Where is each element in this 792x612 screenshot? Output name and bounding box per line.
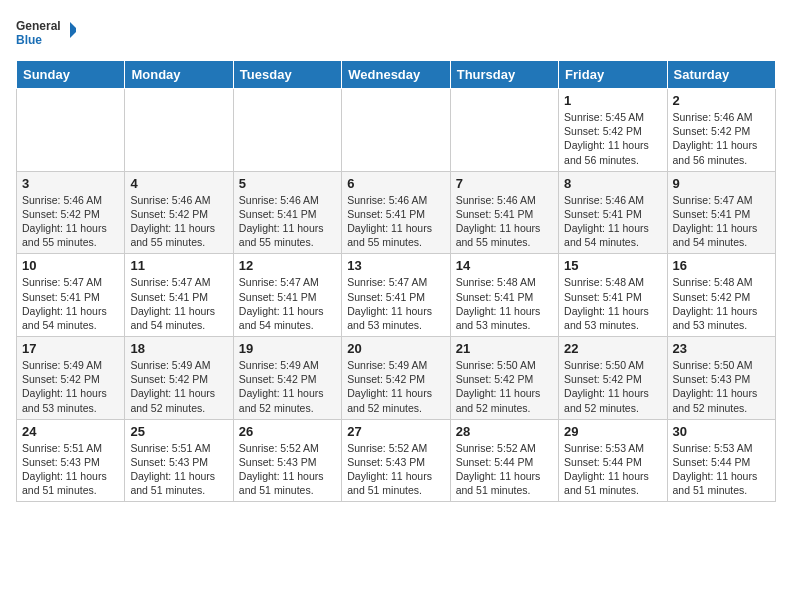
day-cell: 13Sunrise: 5:47 AM Sunset: 5:41 PM Dayli… [342,254,450,337]
day-cell: 18Sunrise: 5:49 AM Sunset: 5:42 PM Dayli… [125,337,233,420]
day-info: Sunrise: 5:46 AM Sunset: 5:41 PM Dayligh… [347,193,444,250]
weekday-header-monday: Monday [125,61,233,89]
day-info: Sunrise: 5:50 AM Sunset: 5:43 PM Dayligh… [673,358,770,415]
day-number: 13 [347,258,444,273]
day-info: Sunrise: 5:45 AM Sunset: 5:42 PM Dayligh… [564,110,661,167]
day-cell: 17Sunrise: 5:49 AM Sunset: 5:42 PM Dayli… [17,337,125,420]
week-row-2: 3Sunrise: 5:46 AM Sunset: 5:42 PM Daylig… [17,171,776,254]
day-info: Sunrise: 5:47 AM Sunset: 5:41 PM Dayligh… [347,275,444,332]
day-cell: 3Sunrise: 5:46 AM Sunset: 5:42 PM Daylig… [17,171,125,254]
day-info: Sunrise: 5:47 AM Sunset: 5:41 PM Dayligh… [673,193,770,250]
day-number: 28 [456,424,553,439]
weekday-header-thursday: Thursday [450,61,558,89]
day-info: Sunrise: 5:47 AM Sunset: 5:41 PM Dayligh… [22,275,119,332]
day-info: Sunrise: 5:48 AM Sunset: 5:41 PM Dayligh… [564,275,661,332]
day-cell: 10Sunrise: 5:47 AM Sunset: 5:41 PM Dayli… [17,254,125,337]
day-number: 24 [22,424,119,439]
day-cell [17,89,125,172]
day-number: 8 [564,176,661,191]
day-info: Sunrise: 5:52 AM Sunset: 5:43 PM Dayligh… [239,441,336,498]
day-info: Sunrise: 5:49 AM Sunset: 5:42 PM Dayligh… [239,358,336,415]
day-cell [125,89,233,172]
day-cell: 24Sunrise: 5:51 AM Sunset: 5:43 PM Dayli… [17,419,125,502]
day-cell: 11Sunrise: 5:47 AM Sunset: 5:41 PM Dayli… [125,254,233,337]
day-cell: 29Sunrise: 5:53 AM Sunset: 5:44 PM Dayli… [559,419,667,502]
day-info: Sunrise: 5:46 AM Sunset: 5:41 PM Dayligh… [239,193,336,250]
day-cell: 7Sunrise: 5:46 AM Sunset: 5:41 PM Daylig… [450,171,558,254]
day-info: Sunrise: 5:46 AM Sunset: 5:42 PM Dayligh… [130,193,227,250]
day-info: Sunrise: 5:51 AM Sunset: 5:43 PM Dayligh… [130,441,227,498]
day-cell: 9Sunrise: 5:47 AM Sunset: 5:41 PM Daylig… [667,171,775,254]
day-info: Sunrise: 5:51 AM Sunset: 5:43 PM Dayligh… [22,441,119,498]
day-number: 1 [564,93,661,108]
day-number: 30 [673,424,770,439]
weekday-header-row: SundayMondayTuesdayWednesdayThursdayFrid… [17,61,776,89]
day-info: Sunrise: 5:46 AM Sunset: 5:42 PM Dayligh… [673,110,770,167]
day-cell: 30Sunrise: 5:53 AM Sunset: 5:44 PM Dayli… [667,419,775,502]
week-row-5: 24Sunrise: 5:51 AM Sunset: 5:43 PM Dayli… [17,419,776,502]
day-number: 12 [239,258,336,273]
day-info: Sunrise: 5:49 AM Sunset: 5:42 PM Dayligh… [22,358,119,415]
day-number: 7 [456,176,553,191]
day-cell: 19Sunrise: 5:49 AM Sunset: 5:42 PM Dayli… [233,337,341,420]
day-cell: 4Sunrise: 5:46 AM Sunset: 5:42 PM Daylig… [125,171,233,254]
day-number: 14 [456,258,553,273]
day-number: 18 [130,341,227,356]
day-number: 9 [673,176,770,191]
svg-marker-2 [70,22,76,38]
weekday-header-friday: Friday [559,61,667,89]
day-number: 5 [239,176,336,191]
svg-text:General: General [16,19,61,33]
day-number: 23 [673,341,770,356]
day-cell: 12Sunrise: 5:47 AM Sunset: 5:41 PM Dayli… [233,254,341,337]
day-info: Sunrise: 5:48 AM Sunset: 5:42 PM Dayligh… [673,275,770,332]
day-cell [450,89,558,172]
day-info: Sunrise: 5:53 AM Sunset: 5:44 PM Dayligh… [564,441,661,498]
day-info: Sunrise: 5:48 AM Sunset: 5:41 PM Dayligh… [456,275,553,332]
logo-svg: General Blue [16,16,76,52]
weekday-header-wednesday: Wednesday [342,61,450,89]
day-number: 10 [22,258,119,273]
day-info: Sunrise: 5:47 AM Sunset: 5:41 PM Dayligh… [130,275,227,332]
weekday-header-saturday: Saturday [667,61,775,89]
day-number: 27 [347,424,444,439]
day-cell: 2Sunrise: 5:46 AM Sunset: 5:42 PM Daylig… [667,89,775,172]
day-info: Sunrise: 5:46 AM Sunset: 5:41 PM Dayligh… [456,193,553,250]
day-number: 25 [130,424,227,439]
day-cell: 16Sunrise: 5:48 AM Sunset: 5:42 PM Dayli… [667,254,775,337]
day-number: 3 [22,176,119,191]
day-cell: 28Sunrise: 5:52 AM Sunset: 5:44 PM Dayli… [450,419,558,502]
day-cell: 26Sunrise: 5:52 AM Sunset: 5:43 PM Dayli… [233,419,341,502]
day-number: 2 [673,93,770,108]
day-number: 4 [130,176,227,191]
day-cell: 27Sunrise: 5:52 AM Sunset: 5:43 PM Dayli… [342,419,450,502]
logo: General Blue [16,16,76,52]
day-cell: 8Sunrise: 5:46 AM Sunset: 5:41 PM Daylig… [559,171,667,254]
day-cell: 23Sunrise: 5:50 AM Sunset: 5:43 PM Dayli… [667,337,775,420]
svg-text:Blue: Blue [16,33,42,47]
day-info: Sunrise: 5:50 AM Sunset: 5:42 PM Dayligh… [564,358,661,415]
day-number: 17 [22,341,119,356]
day-number: 19 [239,341,336,356]
day-info: Sunrise: 5:50 AM Sunset: 5:42 PM Dayligh… [456,358,553,415]
week-row-4: 17Sunrise: 5:49 AM Sunset: 5:42 PM Dayli… [17,337,776,420]
day-number: 15 [564,258,661,273]
day-cell: 22Sunrise: 5:50 AM Sunset: 5:42 PM Dayli… [559,337,667,420]
day-number: 22 [564,341,661,356]
day-cell [233,89,341,172]
day-cell [342,89,450,172]
day-cell: 20Sunrise: 5:49 AM Sunset: 5:42 PM Dayli… [342,337,450,420]
day-cell: 1Sunrise: 5:45 AM Sunset: 5:42 PM Daylig… [559,89,667,172]
day-cell: 15Sunrise: 5:48 AM Sunset: 5:41 PM Dayli… [559,254,667,337]
day-cell: 6Sunrise: 5:46 AM Sunset: 5:41 PM Daylig… [342,171,450,254]
calendar-table: SundayMondayTuesdayWednesdayThursdayFrid… [16,60,776,502]
weekday-header-sunday: Sunday [17,61,125,89]
day-cell: 21Sunrise: 5:50 AM Sunset: 5:42 PM Dayli… [450,337,558,420]
day-number: 6 [347,176,444,191]
week-row-1: 1Sunrise: 5:45 AM Sunset: 5:42 PM Daylig… [17,89,776,172]
day-info: Sunrise: 5:49 AM Sunset: 5:42 PM Dayligh… [130,358,227,415]
day-number: 20 [347,341,444,356]
day-number: 11 [130,258,227,273]
day-cell: 14Sunrise: 5:48 AM Sunset: 5:41 PM Dayli… [450,254,558,337]
day-info: Sunrise: 5:47 AM Sunset: 5:41 PM Dayligh… [239,275,336,332]
